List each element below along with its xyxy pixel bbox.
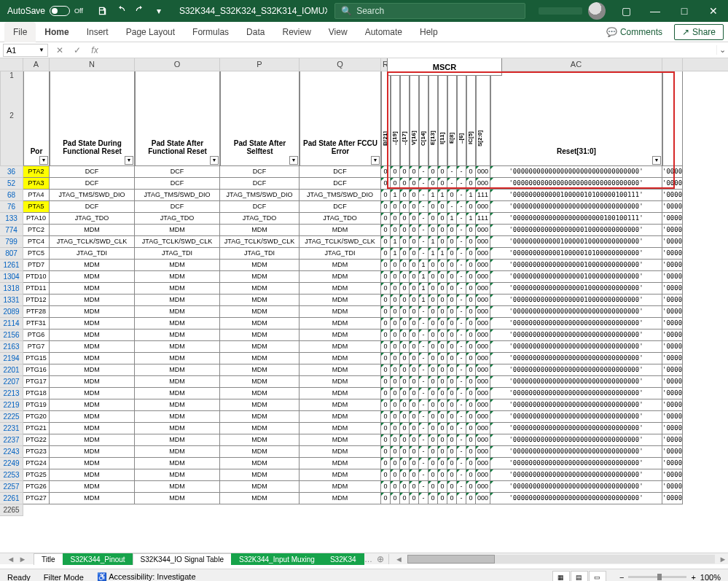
bit-cell[interactable]: 0 [447,236,457,248]
header-cell[interactable]: C[14] [419,71,428,166]
bit-cell[interactable]: 0 [410,399,419,411]
reset-cell[interactable]: '00000000000000000000000000000000' [490,376,662,388]
bit-cell[interactable]: 0 [428,364,438,376]
header-cell[interactable]: B[21] [381,71,391,166]
port-cell[interactable]: PTG15 [23,353,50,364]
bit-cell[interactable]: 0 [400,364,410,376]
bit-cell[interactable]: 0 [400,178,410,190]
bit-cell[interactable]: 0 [391,423,400,434]
row-number[interactable]: 36 [0,166,23,178]
bit-cell[interactable]: 1 [447,213,457,225]
bit-cell[interactable]: 0 [400,225,410,236]
row-number[interactable]: 2201 [0,364,23,376]
bit-cell[interactable]: 0 [447,423,457,434]
bit-cell[interactable]: 0 [391,178,400,190]
data-cell[interactable]: JTAG_TDO [135,213,220,225]
data-cell[interactable]: JTAG_TCLK/SWD_CLK [50,236,135,248]
data-cell[interactable]: MDM [220,353,300,364]
data-cell[interactable]: MDM [135,353,220,364]
bit-cell[interactable]: 0 [438,376,447,388]
bit-cell[interactable]: 000 [476,248,490,260]
data-cell[interactable]: MDM [220,423,300,434]
bit-cell[interactable]: - [447,201,457,213]
row-number[interactable]: 2257 [0,481,23,493]
bit-cell[interactable]: 0 [438,434,447,446]
data-cell[interactable]: MDM [50,376,135,388]
data-cell[interactable]: MDM [300,271,381,283]
reset-cell[interactable]: '00000000000000000000000000000000' [490,434,662,446]
bit-cell[interactable]: - [457,283,466,295]
data-cell[interactable]: MDM [50,295,135,306]
data-cell[interactable]: MDM [220,399,300,411]
column-header[interactable]: N [50,58,135,71]
bit-cell[interactable]: 0 [466,399,476,411]
bit-cell[interactable]: 0 [410,213,419,225]
overflow-cell[interactable]: '00000 [662,330,683,341]
data-cell[interactable]: DCF [220,201,300,213]
bit-cell[interactable]: 0 [447,190,457,201]
bit-cell[interactable]: - [419,166,428,178]
bit-cell[interactable]: 0 [400,260,410,271]
bit-cell[interactable]: 000 [476,423,490,434]
bit-cell[interactable]: 0 [400,201,410,213]
page-break-icon[interactable]: ▭ [589,571,606,582]
bit-cell[interactable]: 0 [391,306,400,318]
bit-cell[interactable]: 0 [438,458,447,469]
data-cell[interactable]: MDM [220,225,300,236]
bit-cell[interactable]: 0 [391,481,400,493]
data-cell[interactable]: MDM [135,306,220,318]
reset-cell[interactable]: '00000000000000000000000000000000' [490,458,662,469]
tab-home[interactable]: Home [36,22,77,42]
bit-cell[interactable]: 0 [410,236,419,248]
bit-cell[interactable]: - [457,434,466,446]
bit-cell[interactable]: 0 [438,201,447,213]
reset-cell[interactable]: '00000000000010000010100000100111' [490,190,662,201]
data-cell[interactable]: MDM [220,434,300,446]
bit-cell[interactable]: 0 [447,353,457,364]
data-cell[interactable]: MDM [300,225,381,236]
minimize-icon[interactable]: — [641,0,670,22]
data-cell[interactable]: MDM [50,330,135,341]
bit-cell[interactable]: - [419,318,428,330]
bit-cell[interactable]: 0 [410,458,419,469]
filter-icon[interactable]: ▼ [39,156,48,165]
bit-cell[interactable]: 0 [410,190,419,201]
bit-cell[interactable]: - [419,225,428,236]
column-header[interactable]: O [135,58,220,71]
bit-cell[interactable]: - [419,201,428,213]
tab-insert[interactable]: Insert [78,22,117,42]
reset-cell[interactable]: '00000000000000000000000000000000' [490,364,662,376]
reset-cell[interactable]: '00000000000000000000000000000000' [490,306,662,318]
port-cell[interactable]: PTG22 [23,434,50,446]
data-cell[interactable]: JTAG_TDI [300,248,381,260]
bit-cell[interactable]: - [419,330,428,341]
bit-cell[interactable]: 1 [466,190,476,201]
bit-cell[interactable]: 0 [428,271,438,283]
bit-cell[interactable]: 0 [428,225,438,236]
sheet-tab[interactable]: S32K344_Pinout [63,553,133,565]
bit-cell[interactable]: - [457,271,466,283]
overflow-cell[interactable]: '00000 [662,201,683,213]
bit-cell[interactable]: - [457,201,466,213]
port-cell[interactable]: PTG19 [23,399,50,411]
bit-cell[interactable]: 1 [438,248,447,260]
bit-cell[interactable]: 000 [476,225,490,236]
bit-cell[interactable]: 0 [391,388,400,399]
bit-cell[interactable]: 0 [438,260,447,271]
sheet-nav-next[interactable]: ► [17,555,28,564]
zoom-out-icon[interactable]: − [619,573,624,582]
data-cell[interactable]: MDM [220,388,300,399]
row-number[interactable]: 2194 [0,353,23,364]
bit-cell[interactable]: 0 [381,341,391,353]
overflow-cell[interactable]: '00000 [662,341,683,353]
bit-cell[interactable]: 0 [410,248,419,260]
data-cell[interactable]: JTAG_TMS/SWD_DIO [135,190,220,201]
reset-cell[interactable]: '00000000000000000000000000000000' [490,318,662,330]
reset-cell[interactable]: '00000000000000000000000000000000' [490,469,662,481]
data-cell[interactable]: DCF [135,201,220,213]
bit-cell[interactable]: 0 [391,260,400,271]
bit-cell[interactable]: 0 [447,318,457,330]
bit-cell[interactable]: 0 [381,493,391,504]
bit-cell[interactable]: 0 [381,388,391,399]
bit-cell[interactable]: 0 [466,376,476,388]
